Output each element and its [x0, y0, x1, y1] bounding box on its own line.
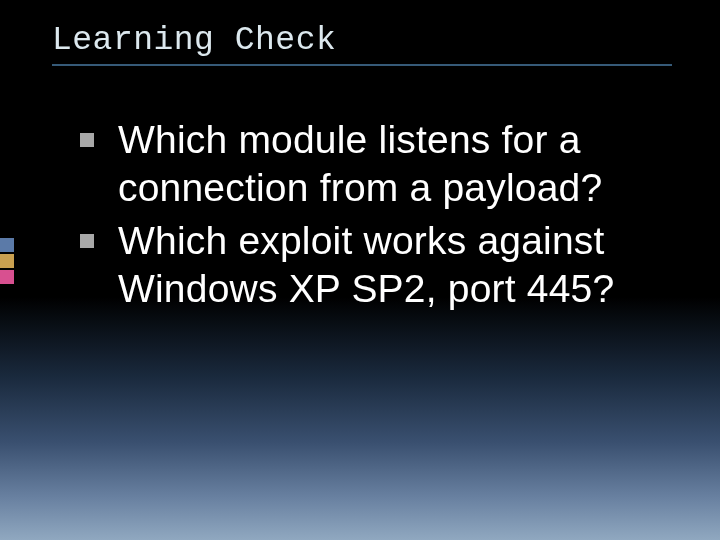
bullet-marker-icon [80, 234, 94, 248]
bullet-text: Which module listens for a connection fr… [118, 118, 602, 209]
slide-content: Which module listens for a connection fr… [80, 116, 660, 317]
title-underline [52, 64, 672, 66]
accent-bar-blue [0, 238, 14, 252]
bullet-marker-icon [80, 133, 94, 147]
slide-title: Learning Check [52, 22, 336, 59]
accent-bars [0, 238, 14, 286]
accent-bar-yellow [0, 254, 14, 268]
bullet-text: Which exploit works against Windows XP S… [118, 219, 614, 310]
bullet-item: Which module listens for a connection fr… [80, 116, 660, 213]
bullet-item: Which exploit works against Windows XP S… [80, 217, 660, 314]
slide-container: Learning Check Which module listens for … [0, 0, 720, 540]
accent-bar-pink [0, 270, 14, 284]
